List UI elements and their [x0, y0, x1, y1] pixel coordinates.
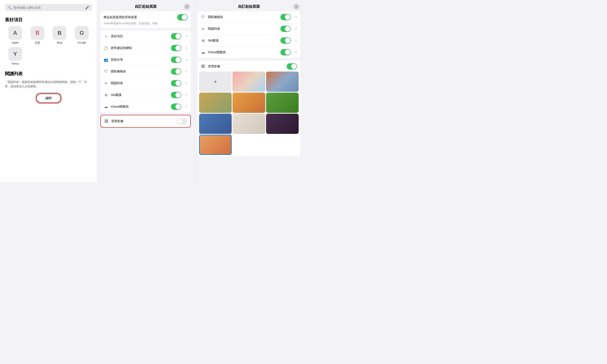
- image-icon: 🖼: [104, 119, 109, 124]
- wallpaper-bear[interactable]: [266, 72, 299, 92]
- p3-item-reading: ∞ 閱讀列表 ≡: [198, 23, 300, 35]
- sync-label: 將起始頁面用於所有裝置: [104, 15, 137, 19]
- sync-section: 將起始頁面用於所有裝置 Safari將透過iCloud同步您的「起始頁面」外觀。: [100, 11, 191, 28]
- favorite-item-yahoo[interactable]: Y Yahoo: [5, 47, 26, 65]
- shield-icon: 🛡: [104, 69, 108, 74]
- edit-button[interactable]: 編輯: [36, 94, 61, 103]
- sync-row: 將起始頁面用於所有裝置: [104, 14, 187, 20]
- wallpaper-grid: +: [198, 72, 300, 156]
- favorite-label-bing: Bing: [57, 41, 62, 44]
- modal-body-1: 將起始頁面用於所有裝置 Safari將透過iCloud同步您的「起始頁面」外觀。…: [97, 11, 194, 182]
- bg-toggle[interactable]: [177, 118, 187, 124]
- favorite-item-google[interactable]: G Google: [71, 26, 92, 45]
- toggle-frequent[interactable]: [171, 45, 181, 51]
- wallpaper-flowers[interactable]: [233, 93, 265, 113]
- p3-toggle-reading[interactable]: [280, 26, 291, 32]
- toggle-reading[interactable]: [171, 80, 181, 86]
- settings-item-siri: ⊗ Siri建議 ≡: [100, 89, 191, 101]
- favorite-label-yahoo: Yahoo: [12, 62, 19, 65]
- wallpaper-orange-selected[interactable]: [199, 135, 232, 155]
- toggle-privacy[interactable]: [171, 68, 181, 75]
- add-wallpaper-button[interactable]: +: [199, 72, 232, 92]
- modal-header-1: 自訂起始頁面 ✕: [97, 0, 194, 11]
- drag-handle-favorites[interactable]: ≡: [185, 34, 187, 39]
- settings-item-reading: ∞ 閱讀列表 ≡: [100, 78, 191, 89]
- search-bar[interactable]: 🔍 🎤: [5, 4, 92, 11]
- favorite-icon-google: G: [75, 26, 89, 40]
- favorites-grid: A Apple 百 百度 B Bing G Google Y Yahoo: [5, 26, 92, 65]
- favorite-label-google: Google: [78, 41, 86, 44]
- drag-handle-shared[interactable]: ≡: [185, 58, 187, 62]
- clock-icon: 🕐: [104, 46, 108, 51]
- p3-toggle-icloud[interactable]: [280, 49, 291, 55]
- wallpaper-paper[interactable]: [233, 114, 265, 134]
- favorite-icon-bing: B: [53, 26, 66, 40]
- bg-label: 背景影像: [111, 119, 174, 123]
- drag-handle-siri[interactable]: ≡: [185, 93, 187, 97]
- p3-shield-icon: 🛡: [201, 15, 206, 20]
- background-image-section: 🖼 背景影像: [100, 115, 191, 128]
- drag-handle-icloud[interactable]: ≡: [185, 104, 187, 109]
- p3-bg-toggle[interactable]: [287, 63, 297, 70]
- wallpaper-blue[interactable]: [199, 114, 232, 134]
- favorite-item-baidu[interactable]: 百 百度: [27, 26, 48, 45]
- drag-handle-frequent[interactable]: ≡: [185, 46, 187, 50]
- p3-toggle-siri[interactable]: [280, 38, 291, 44]
- p3-drag-siri[interactable]: ≡: [295, 39, 297, 43]
- bg-item-row: 🖼 背景影像: [101, 115, 190, 127]
- search-input[interactable]: [13, 6, 84, 9]
- settings-list-1: ☆ 喜好項目 ≡ 🕐 經常參訪的網站 ≡ 👥 與您分享 ≡ 🛡: [100, 30, 191, 112]
- wallpaper-green[interactable]: [266, 93, 299, 113]
- close-button-1[interactable]: ✕: [184, 4, 190, 10]
- p3-drag-reading[interactable]: ≡: [295, 27, 297, 31]
- wallpaper-dark[interactable]: [266, 114, 299, 134]
- modal-body-2: 🛡 隱私權報告 ≡ ∞ 閱讀列表 ≡ ⊗ Siri建議 ≡ ☁: [194, 11, 304, 182]
- cloud-icon: ☁: [104, 104, 108, 109]
- p3-label-icloud: iCloud標籤頁: [208, 50, 278, 54]
- p3-cloud-icon: ☁: [201, 50, 206, 55]
- settings-item-icloud: ☁ iCloud標籤頁 ≡: [100, 101, 191, 112]
- reading-list-description: 「閱讀列表」能讓您收集網頁和連結以便稍後閱讀。請點一下「分享」按鈕來加入目前網頁…: [5, 80, 92, 89]
- favorite-label-apple: Apple: [12, 41, 18, 44]
- wallpaper-butterfly[interactable]: [233, 72, 265, 92]
- p3-bg-label: 背景影像: [208, 65, 284, 68]
- settings-item-frequent: 🕐 經常參訪的網站 ≡: [100, 42, 191, 54]
- item-label-shared: 與您分享: [111, 58, 169, 62]
- toggle-shared[interactable]: [171, 57, 181, 63]
- mic-icon[interactable]: 🎤: [85, 6, 89, 10]
- p3-image-icon: 🖼: [201, 64, 206, 69]
- modal-header-2: 自訂起始頁面 ✕: [194, 0, 304, 11]
- toggle-icloud[interactable]: [171, 104, 181, 110]
- p3-drag-privacy[interactable]: ≡: [295, 15, 297, 19]
- item-label-frequent: 經常參訪的網站: [111, 46, 169, 50]
- sync-desc: Safari將透過iCloud同步您的「起始頁面」外觀。: [104, 22, 187, 25]
- wallpaper-abstract1[interactable]: [199, 93, 232, 113]
- p3-item-privacy: 🛡 隱私權報告 ≡: [198, 11, 300, 23]
- item-label-favorites: 喜好項目: [111, 34, 169, 38]
- p3-settings-list: 🛡 隱私權報告 ≡ ∞ 閱讀列表 ≡ ⊗ Siri建議 ≡ ☁: [198, 11, 300, 58]
- p3-label-reading: 閱讀列表: [208, 27, 278, 31]
- p3-item-icloud: ☁ iCloud標籤頁 ≡: [198, 47, 300, 58]
- customize-modal-1: 自訂起始頁面 ✕ 將起始頁面用於所有裝置 Safari將透過iCloud同步您的…: [97, 0, 194, 182]
- toggle-favorites[interactable]: [171, 33, 181, 39]
- p3-glasses-icon: ∞: [201, 26, 206, 31]
- p3-label-siri: Siri建議: [208, 39, 278, 42]
- p3-toggle-privacy[interactable]: [280, 14, 291, 20]
- drag-handle-privacy[interactable]: ≡: [185, 69, 187, 74]
- item-label-privacy: 隱私權報告: [111, 70, 169, 73]
- customize-modal-2: 自訂起始頁面 ✕ 🛡 隱私權報告 ≡ ∞ 閱讀列表 ≡ ⊗ Siri建議: [194, 0, 304, 182]
- p3-drag-icloud[interactable]: ≡: [295, 50, 297, 54]
- favorite-label-baidu: 百度: [35, 41, 40, 45]
- favorite-item-bing[interactable]: B Bing: [49, 26, 70, 45]
- settings-item-favorites: ☆ 喜好項目 ≡: [100, 30, 191, 42]
- drag-handle-reading[interactable]: ≡: [185, 81, 187, 85]
- p3-item-siri: ⊗ Siri建議 ≡: [198, 35, 300, 47]
- favorite-item-apple[interactable]: A Apple: [5, 26, 26, 45]
- sync-toggle[interactable]: [177, 14, 187, 20]
- modal-title-2: 自訂起始頁面: [238, 4, 260, 9]
- close-button-2[interactable]: ✕: [293, 4, 300, 10]
- favorite-icon-apple: A: [8, 26, 22, 40]
- star-icon: ☆: [104, 34, 108, 39]
- toggle-siri[interactable]: [171, 92, 181, 98]
- safari-start-page: 🔍 🎤 喜好項目 A Apple 百 百度 B Bing G Google Y …: [0, 0, 97, 182]
